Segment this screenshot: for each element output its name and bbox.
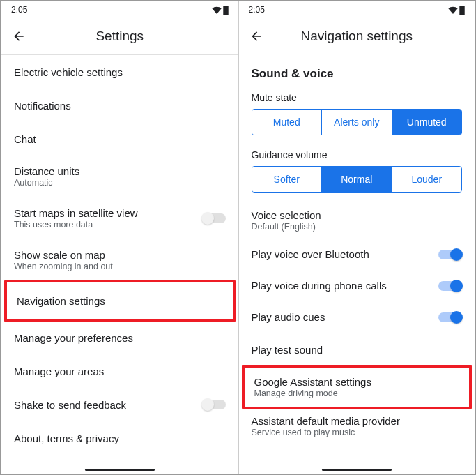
toggle-bluetooth[interactable] xyxy=(438,250,462,259)
row-label: Play audio cues xyxy=(252,311,325,323)
home-indicator[interactable] xyxy=(85,469,155,471)
row-sign-out[interactable]: Sign out of Google Maps xyxy=(1,455,238,465)
row-label: Notifications xyxy=(14,100,71,112)
row-label: Manage your areas xyxy=(14,365,104,377)
seg-alerts-only[interactable]: Alerts only xyxy=(321,110,392,135)
highlight-google-assistant: Google Assistant settings Manage driving… xyxy=(242,365,473,409)
row-scale-map[interactable]: Show scale on map When zooming in and ou… xyxy=(1,239,238,281)
header: Navigation settings xyxy=(239,18,475,54)
battery-icon xyxy=(223,6,229,15)
seg-muted[interactable]: Muted xyxy=(252,110,322,135)
row-label: Navigation settings xyxy=(17,295,105,307)
status-bar: 2:05 xyxy=(239,1,475,18)
seg-normal[interactable]: Normal xyxy=(321,167,392,192)
status-bar: 2:05 xyxy=(1,1,238,18)
row-satellite-view[interactable]: Start maps in satellite view This uses m… xyxy=(1,197,238,239)
mute-state-group: Muted Alerts only Unmuted xyxy=(252,109,463,135)
toggle-satellite[interactable] xyxy=(202,213,226,223)
row-sublabel: Automatic xyxy=(14,178,79,188)
highlight-navigation-settings: Navigation settings xyxy=(4,280,236,322)
svg-rect-3 xyxy=(461,6,463,6)
row-label: Manage your preferences xyxy=(14,332,133,344)
svg-rect-1 xyxy=(224,6,227,6)
guidance-volume-label: Guidance volume xyxy=(239,145,475,166)
row-sublabel: This uses more data xyxy=(14,220,138,229)
settings-list: Electric vehicle settings Notifications … xyxy=(1,55,238,465)
row-areas[interactable]: Manage your areas xyxy=(1,354,238,388)
toggle-audio-cues[interactable] xyxy=(438,312,462,322)
battery-icon xyxy=(459,6,465,15)
home-indicator[interactable] xyxy=(322,469,392,471)
row-audio-cues[interactable]: Play audio cues xyxy=(239,301,475,333)
row-label: Play voice over Bluetooth xyxy=(252,248,369,260)
mute-state-label: Mute state xyxy=(239,88,475,109)
row-ev-settings[interactable]: Electric vehicle settings xyxy=(1,55,238,89)
arrow-left-icon xyxy=(12,29,26,43)
row-navigation-settings[interactable]: Navigation settings xyxy=(7,282,233,319)
seg-louder[interactable]: Louder xyxy=(392,167,462,192)
back-button[interactable] xyxy=(11,29,26,44)
row-label: Voice selection xyxy=(252,209,321,221)
toggle-phone-calls[interactable] xyxy=(438,281,462,291)
row-sublabel: Service used to play music xyxy=(252,428,400,437)
header: Settings xyxy=(1,18,238,54)
section-sound-voice: Sound & voice xyxy=(239,54,475,88)
nav-settings-content: Sound & voice Mute state Muted Alerts on… xyxy=(239,54,475,464)
row-label: Google Assistant settings xyxy=(254,376,371,388)
row-sublabel: Default (English) xyxy=(252,222,321,232)
row-label: Play voice during phone calls xyxy=(252,280,387,292)
row-sublabel: Manage driving mode xyxy=(254,389,371,398)
row-voice-selection[interactable]: Voice selection Default (English) xyxy=(239,202,475,239)
row-distance-units[interactable]: Distance units Automatic xyxy=(1,156,238,197)
row-shake-feedback[interactable]: Shake to send feedback xyxy=(1,388,238,421)
row-label: Shake to send feedback xyxy=(14,399,126,411)
row-about[interactable]: About, terms & privacy xyxy=(1,421,238,455)
wifi-icon xyxy=(448,6,458,14)
phone-left: 2:05 Settings Electric vehicle settings … xyxy=(1,1,238,474)
row-label: Assistant default media provider xyxy=(252,415,400,427)
row-label: Chat xyxy=(14,133,36,145)
row-notifications[interactable]: Notifications xyxy=(1,89,238,122)
seg-softer[interactable]: Softer xyxy=(252,167,322,192)
row-label: About, terms & privacy xyxy=(14,432,119,444)
row-label: Start maps in satellite view xyxy=(14,207,138,219)
svg-rect-2 xyxy=(459,6,464,14)
row-play-bluetooth[interactable]: Play voice over Bluetooth xyxy=(239,239,475,270)
wifi-icon xyxy=(212,6,222,14)
status-time: 2:05 xyxy=(249,5,265,15)
seg-unmuted[interactable]: Unmuted xyxy=(392,110,462,135)
arrow-left-icon xyxy=(249,29,263,43)
page-title: Navigation settings xyxy=(239,29,475,44)
back-button[interactable] xyxy=(249,29,264,44)
row-play-test-sound[interactable]: Play test sound xyxy=(239,333,475,366)
guidance-volume-group: Softer Normal Louder xyxy=(252,166,463,193)
phone-right: 2:05 Navigation settings Sound & voice M… xyxy=(238,1,475,474)
row-label: Show scale on map xyxy=(14,249,113,261)
row-chat[interactable]: Chat xyxy=(1,122,238,156)
row-play-calls[interactable]: Play voice during phone calls xyxy=(239,270,475,301)
page-title: Settings xyxy=(1,29,238,44)
row-preferences[interactable]: Manage your preferences xyxy=(1,321,238,354)
row-assistant-media[interactable]: Assistant default media provider Service… xyxy=(239,408,475,447)
status-time: 2:05 xyxy=(11,5,27,15)
svg-rect-0 xyxy=(223,6,228,14)
toggle-shake-feedback[interactable] xyxy=(202,400,226,409)
row-sublabel: When zooming in and out xyxy=(14,262,113,271)
row-label: Distance units xyxy=(14,165,79,177)
row-google-assistant-settings[interactable]: Google Assistant settings Manage driving… xyxy=(245,368,470,407)
row-label: Electric vehicle settings xyxy=(14,66,123,78)
status-icons xyxy=(212,6,229,15)
row-label: Play test sound xyxy=(252,344,323,356)
status-icons xyxy=(448,6,465,15)
